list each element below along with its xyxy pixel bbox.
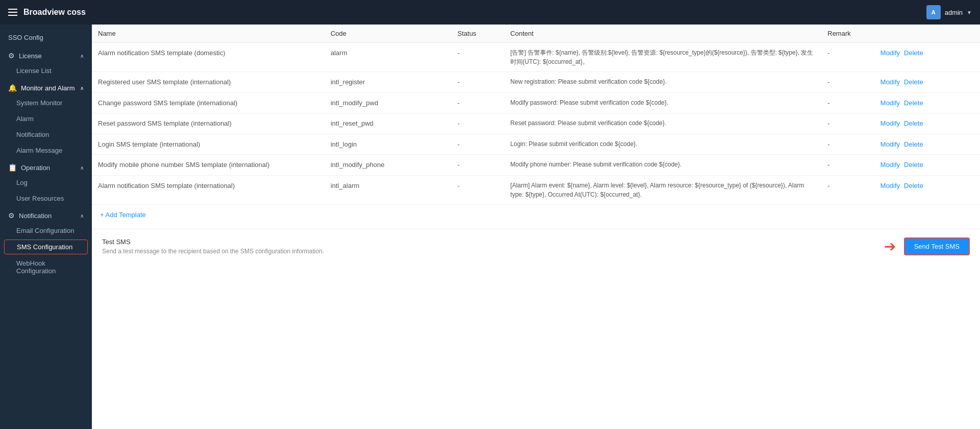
cell-code: intl_modify_pwd [325,92,452,113]
action-modify[interactable]: Modify [880,49,900,57]
action-modify[interactable]: Modify [880,161,900,169]
cell-code: intl_register [325,72,452,93]
cell-name: Registered user SMS template (internatio… [92,72,325,93]
sidebar-item-log[interactable]: Log [0,175,92,190]
cell-status: - [451,43,504,72]
sidebar-section-license[interactable]: ⚙ License ∧ [0,46,92,63]
action-modify[interactable]: Modify [880,140,900,148]
col-content: Content [504,25,821,43]
sidebar: SSO Config ⚙ License ∧ License List 🔔 Mo… [0,25,92,429]
cell-content: Reset password: Please submit verificati… [504,113,821,134]
notification-section-icon: ⚙ [8,211,15,220]
action-delete[interactable]: Delete [904,161,923,169]
test-sms-title: Test SMS [102,238,324,246]
action-delete[interactable]: Delete [904,49,923,57]
sidebar-item-email-configuration[interactable]: Email Configuration [0,223,92,239]
license-icon: ⚙ [8,52,15,60]
sso-config-label: SSO Config [8,34,43,41]
cell-content: Modify phone number: Please submit verif… [504,155,821,176]
cell-status: - [451,155,504,176]
sidebar-section-monitor-alarm[interactable]: 🔔 Monitor and Alarm ∧ [0,79,92,95]
cell-remark: - [821,175,874,204]
monitor-alarm-icon: 🔔 [8,84,17,92]
cell-actions: ModifyDelete [874,43,980,72]
cell-remark: - [821,72,874,93]
operation-icon: 📋 [8,163,17,172]
action-modify[interactable]: Modify [880,120,900,127]
cell-code: alarm [325,43,452,72]
action-delete[interactable]: Delete [904,140,923,148]
cell-code: intl_login [325,134,452,155]
cell-content: Modify password: Please submit verificat… [504,92,821,113]
cell-remark: - [821,92,874,113]
add-template-button[interactable]: + Add Template [92,205,980,225]
hamburger-menu[interactable] [8,9,17,16]
sidebar-item-system-monitor[interactable]: System Monitor [0,95,92,111]
col-code: Code [325,25,452,43]
cell-name: Alarm notification SMS template (domesti… [92,43,325,72]
cell-status: - [451,175,504,204]
cell-code: intl_modify_phone [325,155,452,176]
col-actions [874,25,980,43]
sidebar-item-alarm[interactable]: Alarm [0,111,92,127]
admin-label: admin [945,9,963,16]
cell-remark: - [821,43,874,72]
header-right: A admin ▼ [926,5,972,19]
send-test-container: ➔ Send Test SMS [884,237,970,255]
action-delete[interactable]: Delete [904,99,923,107]
cell-status: - [451,72,504,93]
action-delete[interactable]: Delete [904,120,923,127]
cell-code: intl_alarm [325,175,452,204]
sidebar-item-user-resources[interactable]: User Resources [0,190,92,206]
sidebar-section-operation[interactable]: 📋 Operation ∧ [0,158,92,175]
cell-remark: - [821,134,874,155]
monitor-alarm-label: Monitor and Alarm [21,84,75,92]
table-row: Reset password SMS template (internation… [92,113,980,134]
app-title: Broadview coss [23,8,86,17]
action-modify[interactable]: Modify [880,78,900,86]
test-sms-section: Test SMS Send a test message to the reci… [92,229,980,264]
header: Broadview coss A admin ▼ [0,0,980,25]
action-delete[interactable]: Delete [904,182,923,189]
sidebar-item-notification[interactable]: Notification [0,127,92,142]
chevron-down-icon[interactable]: ▼ [967,10,972,15]
cell-name: Change password SMS template (internatio… [92,92,325,113]
cell-remark: - [821,113,874,134]
sidebar-item-webhook-configuration[interactable]: WebHook Configuration [0,255,92,279]
cell-content: New registration: Please submit verifica… [504,72,821,93]
notification-section-chevron: ∧ [80,213,84,219]
sidebar-item-license-list[interactable]: License List [0,63,92,79]
sidebar-item-sso-config[interactable]: SSO Config [0,29,92,46]
test-sms-text: Test SMS Send a test message to the reci… [102,238,324,255]
monitor-alarm-chevron: ∧ [80,85,84,91]
table-row: Registered user SMS template (internatio… [92,72,980,93]
cell-status: - [451,113,504,134]
col-status: Status [451,25,504,43]
cell-status: - [451,134,504,155]
sidebar-section-notification[interactable]: ⚙ Notification ∧ [0,206,92,223]
action-modify[interactable]: Modify [880,99,900,107]
table-row: Change password SMS template (internatio… [92,92,980,113]
notification-section-label: Notification [19,212,52,220]
cell-content: [Alarm] Alarm event: ${name}, Alarm leve… [504,175,821,204]
arrow-right-icon: ➔ [884,238,896,255]
test-sms-description: Send a test message to the recipient bas… [102,248,324,255]
cell-name: Alarm notification SMS template (interna… [92,175,325,204]
license-chevron: ∧ [80,53,84,59]
action-delete[interactable]: Delete [904,78,923,86]
sidebar-item-sms-configuration[interactable]: SMS Configuration [4,240,88,254]
cell-actions: ModifyDelete [874,134,980,155]
table-row: Alarm notification SMS template (domesti… [92,43,980,72]
send-test-sms-button[interactable]: Send Test SMS [904,237,970,255]
license-label: License [19,52,42,60]
cell-actions: ModifyDelete [874,175,980,204]
action-modify[interactable]: Modify [880,182,900,189]
cell-actions: ModifyDelete [874,113,980,134]
col-name: Name [92,25,325,43]
header-left: Broadview coss [8,8,86,17]
sidebar-item-alarm-message[interactable]: Alarm Message [0,142,92,158]
cell-status: - [451,92,504,113]
operation-chevron: ∧ [80,165,84,171]
cell-remark: - [821,155,874,176]
cell-content: Login: Please submit verification code $… [504,134,821,155]
